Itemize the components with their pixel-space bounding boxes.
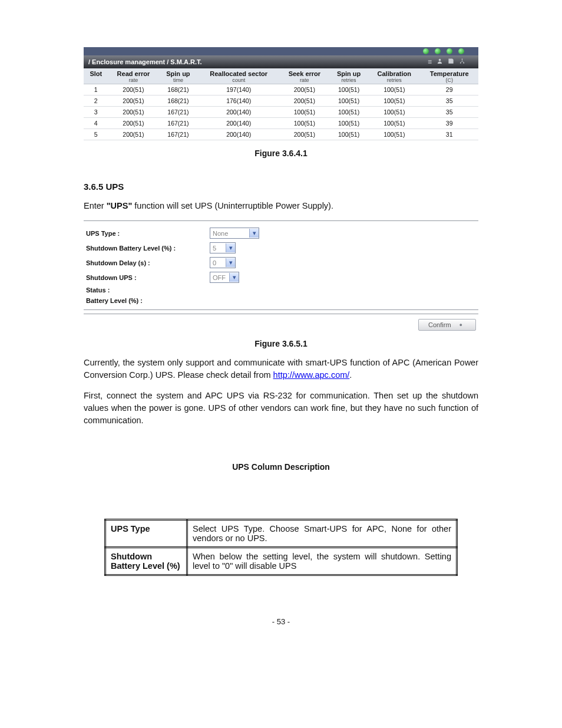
bullet-icon: ● bbox=[459, 322, 462, 328]
col-spin-up: Spin up bbox=[166, 70, 190, 77]
ups-shut-label: Shutdown UPS : bbox=[84, 274, 210, 281]
table-row: 5200(51)167(21)200(140)200(51)100(51)100… bbox=[84, 129, 478, 140]
option-key: Shutdown Battery Level (%) bbox=[105, 548, 187, 575]
table-cell: 200(51) bbox=[108, 107, 159, 118]
status-dot-bar bbox=[84, 47, 478, 55]
table-cell: 100(51) bbox=[368, 118, 420, 129]
apc-link[interactable]: http://www.apc.com/ bbox=[273, 370, 350, 380]
list-icon[interactable]: ≡ bbox=[428, 58, 432, 66]
table-cell: 100(51) bbox=[368, 129, 420, 140]
save-icon[interactable] bbox=[448, 58, 454, 66]
table-cell: 4 bbox=[84, 118, 108, 129]
table-row: 2200(51)168(21)176(140)200(51)100(51)100… bbox=[84, 95, 478, 107]
table-cell: 3 bbox=[84, 107, 108, 118]
table-cell: 100(51) bbox=[329, 118, 368, 129]
ups-intro: Enter "UPS" function will set UPS (Unint… bbox=[84, 200, 478, 212]
table-row: 1200(51)168(21)197(140)200(51)100(51)100… bbox=[84, 84, 478, 95]
chevron-down-icon: ▾ bbox=[226, 258, 235, 267]
table-cell: 200(51) bbox=[108, 84, 159, 95]
ups-delay-select[interactable]: 0 ▾ bbox=[210, 257, 236, 268]
chevron-down-icon: ▾ bbox=[226, 243, 235, 252]
svg-point-0 bbox=[439, 59, 441, 61]
table-cell: 200(140) bbox=[198, 129, 280, 140]
table-cell: 200(140) bbox=[198, 107, 280, 118]
col-spin-retries: Spin up bbox=[337, 70, 361, 77]
table-cell: 100(51) bbox=[368, 95, 420, 107]
table-cell: 200(51) bbox=[108, 118, 159, 129]
table-cell: 200(51) bbox=[280, 84, 329, 95]
table-cell: 39 bbox=[420, 118, 478, 129]
confirm-button[interactable]: Confirm ● bbox=[418, 319, 476, 331]
smart-table-head: Slot Read errorrate Spin uptime Realloca… bbox=[84, 68, 478, 84]
person-icon[interactable] bbox=[437, 58, 443, 66]
status-dot bbox=[447, 48, 452, 54]
table-cell: 35 bbox=[420, 107, 478, 118]
table-row: Shutdown Battery Level (%)When below the… bbox=[105, 548, 457, 575]
ups-batt-select[interactable]: 5 ▾ bbox=[210, 242, 236, 253]
ups-batt-label: Shutdown Battery Level (%) : bbox=[84, 245, 210, 252]
table-cell: 168(21) bbox=[158, 95, 197, 107]
svg-point-3 bbox=[463, 62, 464, 64]
smart-table: Slot Read errorrate Spin uptime Realloca… bbox=[84, 68, 478, 140]
table-cell: 35 bbox=[420, 95, 478, 107]
smart-figure: / Enclosure management / S.M.A.R.T. ≡ bbox=[84, 47, 478, 140]
figure-caption-ups: Figure 3.6.5.1 bbox=[84, 339, 478, 348]
table-cell: 200(51) bbox=[280, 95, 329, 107]
tree-icon[interactable] bbox=[459, 58, 465, 66]
table-cell: 31 bbox=[420, 129, 478, 140]
paragraph-apc: Currently, the system only support and c… bbox=[84, 357, 478, 381]
ups-type-label: UPS Type : bbox=[84, 230, 210, 237]
ups-status-label: Status : bbox=[84, 286, 210, 294]
table-row: 3200(51)167(21)200(140)100(51)100(51)100… bbox=[84, 107, 478, 118]
col-reallocated: Reallocated sector bbox=[210, 70, 267, 77]
table-cell: 100(51) bbox=[368, 107, 420, 118]
table-row: 4200(51)167(21)200(140)100(51)100(51)100… bbox=[84, 118, 478, 129]
svg-point-2 bbox=[460, 62, 461, 64]
col-read-error: Read error bbox=[117, 70, 150, 77]
svg-point-1 bbox=[462, 58, 463, 60]
table-cell: 176(140) bbox=[198, 95, 280, 107]
table-cell: 168(21) bbox=[158, 84, 197, 95]
col-temperature: Temperature bbox=[430, 70, 469, 77]
table-cell: 100(51) bbox=[329, 84, 368, 95]
options-table: UPS TypeSelect UPS Type. Choose Smart-UP… bbox=[104, 519, 458, 576]
table-cell: 100(51) bbox=[329, 95, 368, 107]
status-dot bbox=[423, 48, 429, 54]
table-cell: 29 bbox=[420, 84, 478, 95]
table-cell: 5 bbox=[84, 129, 108, 140]
table-cell: 2 bbox=[84, 95, 108, 107]
section-title-ups: 3.6.5 UPS bbox=[84, 182, 478, 192]
table-cell: 167(21) bbox=[158, 118, 197, 129]
paragraph-rs232: First, connect the system and APC UPS vi… bbox=[84, 390, 478, 427]
option-value: Select UPS Type. Choose Smart-UPS for AP… bbox=[187, 520, 457, 548]
ups-type-select[interactable]: None ▾ bbox=[210, 228, 259, 239]
options-table-caption: UPS Column Description bbox=[84, 462, 478, 472]
table-cell: 100(51) bbox=[280, 118, 329, 129]
table-cell: 100(51) bbox=[280, 107, 329, 118]
breadcrumb-bar: / Enclosure management / S.M.A.R.T. ≡ bbox=[84, 55, 478, 68]
table-cell: 200(51) bbox=[108, 129, 159, 140]
status-dot bbox=[458, 48, 464, 54]
col-calibration: Calibration bbox=[378, 70, 411, 77]
table-cell: 100(51) bbox=[368, 84, 420, 95]
option-value: When below the setting level, the system… bbox=[187, 548, 457, 575]
ups-figure: UPS Type : None ▾ Shutdown Battery Level… bbox=[84, 220, 478, 310]
table-row: UPS TypeSelect UPS Type. Choose Smart-UP… bbox=[105, 520, 457, 548]
table-cell: 200(51) bbox=[108, 95, 159, 107]
table-cell: 1 bbox=[84, 84, 108, 95]
breadcrumb: / Enclosure management / S.M.A.R.T. bbox=[88, 58, 202, 65]
icon-tray: ≡ bbox=[423, 58, 474, 66]
col-slot: Slot bbox=[90, 70, 102, 77]
table-cell: 100(51) bbox=[329, 107, 368, 118]
col-seek-error: Seek error bbox=[289, 70, 320, 77]
table-cell: 167(21) bbox=[158, 107, 197, 118]
ups-level-label: Battery Level (%) : bbox=[84, 297, 210, 304]
table-cell: 200(140) bbox=[198, 118, 280, 129]
table-cell: 167(21) bbox=[158, 129, 197, 140]
ups-footer: Confirm ● bbox=[84, 314, 478, 331]
smart-table-body: 1200(51)168(21)197(140)200(51)100(51)100… bbox=[84, 84, 478, 140]
chevron-down-icon: ▾ bbox=[249, 229, 259, 238]
ups-shut-select[interactable]: OFF ▾ bbox=[210, 272, 239, 283]
table-cell: 200(51) bbox=[280, 129, 329, 140]
page-number: - 53 - bbox=[84, 617, 478, 626]
